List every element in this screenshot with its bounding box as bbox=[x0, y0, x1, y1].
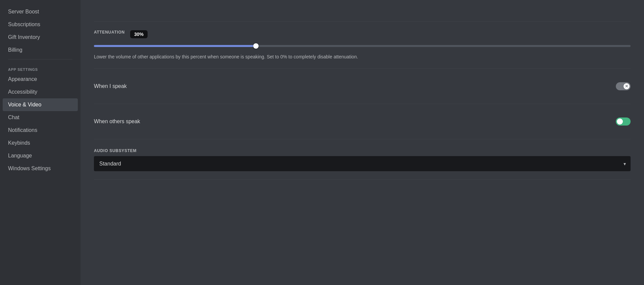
sidebar-item-chat[interactable]: Chat bbox=[3, 111, 78, 124]
divider-3 bbox=[94, 139, 631, 139]
sidebar: Server Boost Subscriptions Gift Inventor… bbox=[0, 0, 80, 285]
when-others-speak-toggle-knob: ✓ bbox=[617, 118, 623, 125]
sidebar-divider bbox=[8, 59, 72, 59]
when-i-speak-label: When I speak bbox=[94, 83, 127, 89]
sidebar-item-server-boost[interactable]: Server Boost bbox=[3, 5, 78, 18]
when-i-speak-toggle-icon: ✕ bbox=[625, 84, 628, 89]
sidebar-item-billing[interactable]: Billing bbox=[3, 44, 78, 56]
sidebar-item-voice-video[interactable]: Voice & Video bbox=[3, 98, 78, 111]
attenuation-value: 30% bbox=[130, 30, 148, 38]
audio-subsystem-dropdown-wrapper: Standard Legacy ▾ bbox=[94, 156, 631, 171]
main-content: ATTENUATION 30% Lower the volume of othe… bbox=[80, 0, 644, 285]
audio-subsystem-label: AUDIO SUBSYSTEM bbox=[94, 148, 137, 153]
sidebar-item-windows-settings[interactable]: Windows Settings bbox=[3, 162, 78, 175]
when-others-speak-row: When others speak ✓ bbox=[94, 112, 631, 131]
attenuation-section: ATTENUATION 30% Lower the volume of othe… bbox=[94, 30, 631, 60]
when-i-speak-toggle[interactable]: ✕ bbox=[616, 82, 631, 90]
app-settings-header: APP SETTINGS bbox=[3, 62, 78, 73]
divider-bottom bbox=[94, 179, 631, 180]
divider-1 bbox=[94, 68, 631, 69]
attenuation-header: ATTENUATION 30% bbox=[94, 30, 631, 39]
sidebar-item-accessibility[interactable]: Accessibility bbox=[3, 86, 78, 98]
top-divider bbox=[94, 21, 631, 22]
attenuation-label: ATTENUATION bbox=[94, 30, 125, 35]
audio-subsystem-section: AUDIO SUBSYSTEM Standard Legacy ▾ bbox=[94, 147, 631, 171]
sidebar-item-language[interactable]: Language bbox=[3, 149, 78, 162]
when-others-speak-label: When others speak bbox=[94, 118, 140, 125]
when-others-speak-toggle-icon: ✓ bbox=[618, 119, 622, 124]
divider-2 bbox=[94, 104, 631, 104]
when-others-speak-toggle[interactable]: ✓ bbox=[616, 117, 631, 126]
attenuation-slider-container[interactable] bbox=[94, 43, 631, 49]
sidebar-item-notifications[interactable]: Notifications bbox=[3, 124, 78, 137]
attenuation-description: Lower the volume of other applications b… bbox=[94, 53, 631, 60]
attenuation-slider[interactable] bbox=[94, 45, 631, 47]
audio-subsystem-dropdown[interactable]: Standard Legacy bbox=[94, 156, 631, 171]
sidebar-item-appearance[interactable]: Appearance bbox=[3, 73, 78, 86]
sidebar-item-gift-inventory[interactable]: Gift Inventory bbox=[3, 31, 78, 44]
when-i-speak-toggle-knob: ✕ bbox=[624, 83, 630, 89]
sidebar-item-subscriptions[interactable]: Subscriptions bbox=[3, 18, 78, 31]
when-i-speak-row: When I speak ✕ bbox=[94, 77, 631, 96]
sidebar-item-keybinds[interactable]: Keybinds bbox=[3, 137, 78, 149]
